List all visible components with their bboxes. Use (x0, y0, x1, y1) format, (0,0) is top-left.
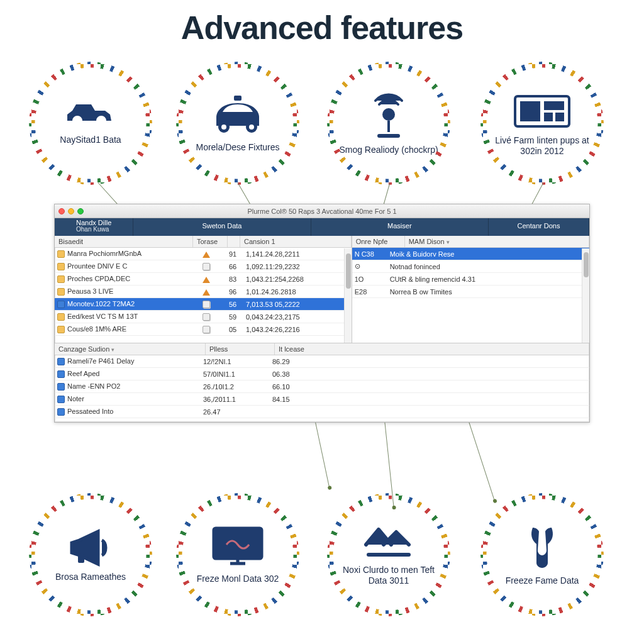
dashboard-icon (514, 90, 570, 131)
car-icon (209, 94, 267, 138)
table-row[interactable]: Monotev.1022 T2MA2567,013.53 05,2222 (55, 298, 352, 311)
feature-brosa: Brosa Rameathes (29, 493, 152, 616)
table-row[interactable]: Noter36,/2011.184.15 (55, 393, 589, 406)
feature-label: Morela/Dese Fixtures (184, 142, 291, 153)
sensor-icon (367, 92, 411, 141)
titlebar[interactable]: Plurme Col® 50 Raps 3 Avcational 40me Fo… (55, 204, 589, 218)
tools-icon (520, 524, 564, 572)
scrollbar[interactable] (344, 248, 352, 343)
left-pane-header[interactable]: Bisaedit Torase Cansion 1 (55, 236, 352, 248)
table-row[interactable]: E28Norrea B ow Timites (352, 286, 589, 298)
svg-point-1 (99, 119, 106, 127)
app-window: Plurme Col® 50 Raps 3 Avcational 40me Fo… (54, 204, 590, 423)
vehicle-icon (65, 102, 116, 131)
svg-point-6 (249, 125, 254, 130)
feature-label: NaySitad1 Bata (48, 135, 132, 145)
tab-bar: Nandx DilleOhan Kuwa Sweton Data Masiser… (55, 218, 589, 236)
table-row[interactable]: Proches CPDA,DEC831,043.21:254,2268 (55, 273, 352, 286)
table-row[interactable]: Manra PochiomrMGnbA911,141.24.28,2211 (55, 248, 352, 260)
svg-rect-13 (78, 554, 84, 563)
table-row[interactable]: ⊙Notnad foninced (352, 260, 589, 273)
right-pane: Onre Npfe MAM Dison N C38Moik & Buidorv … (352, 236, 589, 343)
svg-point-7 (382, 108, 395, 121)
feature-smog: Smog Realiody (chockrp) (327, 62, 450, 185)
svg-rect-2 (234, 96, 242, 101)
feature-freeze-fame: Freeze Fame Data (480, 493, 604, 616)
feature-noxi: Noxi Clurdo to men Teft Data 3011 (327, 493, 450, 616)
table-row[interactable]: Eed/kest VC TS M 13T590,043.24:23,2175 (55, 311, 352, 323)
table-row[interactable]: Name -ENN PO226./10I1.266.10 (55, 380, 589, 393)
page-title: Advanced features (0, 9, 644, 47)
svg-rect-10 (544, 101, 564, 110)
tab-centanr[interactable]: Centanr Dons (489, 218, 589, 236)
svg-rect-9 (520, 101, 540, 121)
table-row[interactable]: Prountee DNIV E C661,092.11:29,2232 (55, 260, 352, 273)
tab-sweton[interactable]: Sweton Data (133, 218, 311, 236)
svg-point-5 (221, 125, 226, 130)
monitor-icon (211, 526, 264, 570)
warning-icon (203, 277, 210, 283)
scrollbar[interactable] (582, 248, 589, 343)
feature-freze-monl: Freze Monl Data 302 (176, 493, 299, 616)
table-row[interactable]: Cous/e8 1M% ARE051,043.24:26,2216 (55, 323, 352, 336)
svg-point-0 (72, 119, 80, 127)
feature-label: Freeze Fame Data (494, 575, 591, 586)
left-pane: Bisaedit Torase Cansion 1 Manra Pochiomr… (55, 236, 352, 343)
table-row[interactable]: Pessateed Into26.47 (55, 406, 589, 418)
feature-livefarm: Livé Farm linten pups at 302in 2012 (480, 62, 604, 185)
feature-morela: Morela/Dese Fixtures (176, 62, 299, 185)
warning-icon (203, 289, 210, 296)
peaks-icon (362, 523, 415, 561)
svg-rect-12 (555, 113, 564, 121)
lower-pane: Canzage Sudion Plless It lcease Rameli7e… (55, 343, 589, 422)
tab-nandx[interactable]: Nandx DilleOhan Kuwa (55, 218, 133, 236)
lower-pane-header[interactable]: Canzage Sudion Plless It lcease (55, 343, 589, 355)
warning-icon (203, 252, 210, 258)
right-pane-header[interactable]: Onre Npfe MAM Dison (352, 236, 589, 248)
table-row[interactable]: Reef Aped57/0INI1.106.38 (55, 368, 589, 380)
table-row[interactable]: Rameli7e P461 Delay12/!2NI.186.29 (55, 355, 589, 368)
window-title: Plurme Col® 50 Raps 3 Avcational 40me Fo… (55, 208, 589, 215)
table-row[interactable]: N C38Moik & Buidorv Rese (352, 248, 589, 260)
feature-label: Freze Monl Data 302 (186, 574, 291, 584)
feature-label: Noxi Clurdo to men Teft Data 3011 (327, 565, 450, 586)
table-row[interactable]: Peausa 3 LIVE961,01.24.26.2818 (55, 286, 352, 298)
megaphone-icon (65, 528, 116, 568)
feature-naysitad: NaySitad1 Bata (29, 62, 152, 185)
tab-masiser[interactable]: Masiser (311, 218, 489, 236)
svg-rect-11 (544, 113, 553, 121)
feature-label: Livé Farm linten pups at 302in 2012 (480, 135, 604, 157)
table-row[interactable]: 1OCUtR & bling remencid 4.31 (352, 273, 589, 286)
feature-label: Brosa Rameathes (44, 572, 137, 582)
feature-label: Smog Realiody (chockrp) (328, 145, 449, 155)
